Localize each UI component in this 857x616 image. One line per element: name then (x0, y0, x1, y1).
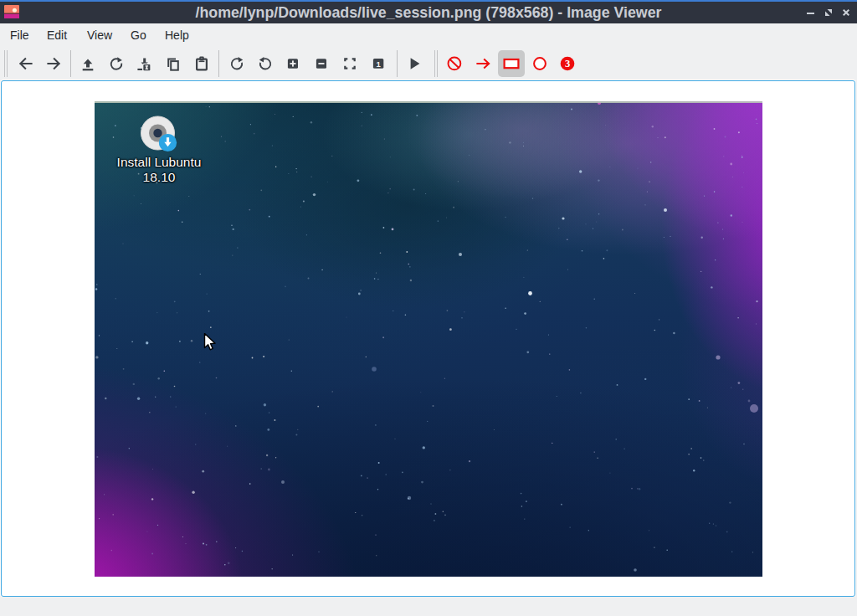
svg-text:1: 1 (376, 59, 381, 69)
svg-text:3: 3 (565, 58, 570, 69)
